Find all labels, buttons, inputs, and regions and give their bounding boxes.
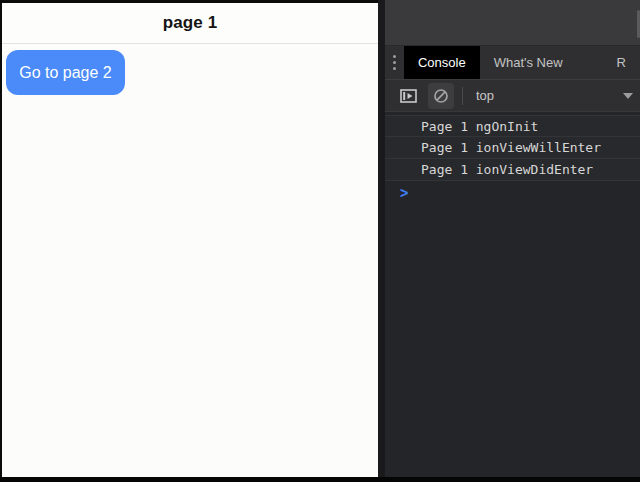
page-title: page 1 [163,13,217,33]
kebab-menu-icon[interactable] [385,46,404,79]
tab-clipped[interactable]: R [603,46,640,79]
tab-whats-new[interactable]: What's New [480,46,577,79]
devtools-topband [385,0,640,45]
console-output: Page 1 ngOnInit Page 1 ionViewWillEnter … [385,112,640,477]
tab-whats-new-label: What's New [494,55,563,70]
devtools-panel: Console What's New R top Page 1 ngOnIn [385,0,640,477]
clear-console-icon[interactable] [428,83,454,109]
tab-console-label: Console [418,55,466,70]
console-message[interactable]: Page 1 ionViewWillEnter [385,137,640,159]
console-prompt[interactable]: > [385,181,640,205]
javascript-context-selector[interactable]: top [476,88,494,103]
devtools-tabbar: Console What's New R [385,45,640,79]
tab-clipped-label: R [617,55,626,70]
console-toolbar: top [385,79,640,112]
prompt-chevron-icon: > [400,184,408,202]
console-sidebar-icon[interactable] [395,83,421,109]
console-message[interactable]: Page 1 ionViewDidEnter [385,159,640,181]
pane-divider[interactable] [378,0,385,477]
toolbar-separator [462,87,463,105]
bottom-edge-bar [0,477,640,482]
dropdown-arrow-icon[interactable] [623,93,633,99]
go-to-page-2-button[interactable]: Go to page 2 [6,50,125,95]
app-header: page 1 [2,3,378,44]
console-message[interactable]: Page 1 ngOnInit [385,115,640,137]
tab-console[interactable]: Console [404,46,480,79]
app-preview-pane: page 1 Go to page 2 [0,0,378,477]
